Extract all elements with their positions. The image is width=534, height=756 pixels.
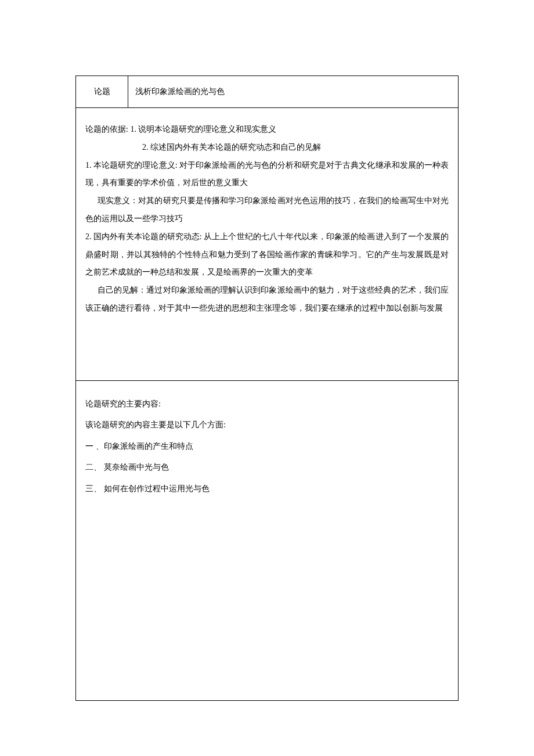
content-item-1: 一 、印象派绘画的产生和特点 bbox=[85, 436, 449, 457]
title-content: 浅析印象派绘画的光与色 bbox=[128, 76, 458, 107]
document-table: 论题 浅析印象派绘画的光与色 论题的依据: 1. 说明本论题研究的理论意义和现实… bbox=[75, 75, 459, 701]
basis-heading-2: 2. 综述国内外有关本论题的研究动态和自己的见解 bbox=[85, 139, 449, 157]
basis-paragraph-2: 现实意义：对其的研究只要是传播和学习印象派绘画对光色运用的技巧，在我们的绘画写生… bbox=[85, 192, 449, 228]
basis-section: 论题的依据: 1. 说明本论题研究的理论意义和现实意义 2. 综述国内外有关本论… bbox=[76, 108, 458, 381]
content-item-3: 三、 如何在创作过程中运用光与色 bbox=[85, 478, 449, 499]
title-label: 论题 bbox=[76, 76, 128, 107]
basis-paragraph-4: 自己的见解：通过对印象派绘画的理解认识到印象派绘画中的魅力，对于这些经典的艺术，… bbox=[85, 282, 449, 318]
content-section: 论题研究的主要内容: 该论题研究的内容主要是以下几个方面: 一 、印象派绘画的产… bbox=[76, 381, 458, 700]
basis-paragraph-3: 2. 国内外有关本论题的研究动态: 从上上个世纪的七八十年代以来，印象派的绘画进… bbox=[85, 228, 449, 282]
title-row: 论题 浅析印象派绘画的光与色 bbox=[76, 76, 458, 108]
content-intro: 该论题研究的内容主要是以下几个方面: bbox=[85, 415, 449, 435]
content-item-2: 二、 莫奈绘画中光与色 bbox=[85, 457, 449, 478]
content-heading: 论题研究的主要内容: bbox=[85, 394, 449, 415]
basis-paragraph-1: 1. 本论题研究的理论意义: 对于印象派绘画的光与色的分析和研究是对于古典文化继… bbox=[85, 157, 449, 193]
basis-heading-1: 论题的依据: 1. 说明本论题研究的理论意义和现实意义 bbox=[85, 121, 449, 139]
